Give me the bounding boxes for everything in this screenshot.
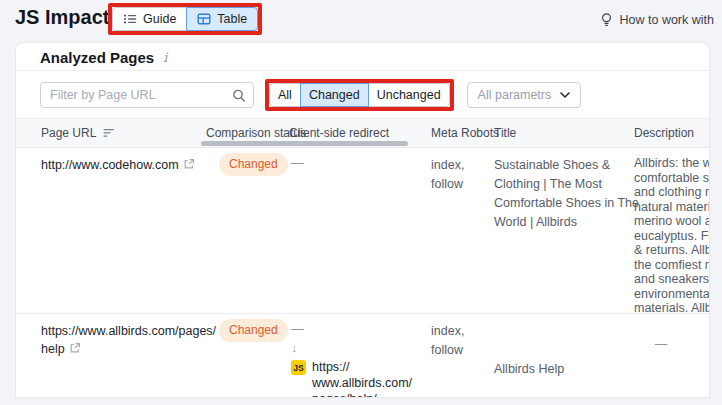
panel-header: Analyzed Pages i (16, 43, 709, 71)
page-url-cell: https://www.allbirds.com/pages/ help (41, 322, 201, 358)
client-side-redirect-cell: — (291, 156, 409, 171)
page-title: JS Impact (15, 6, 109, 29)
search-icon[interactable] (232, 88, 246, 103)
view-toggle: Guide Table (112, 7, 258, 31)
title-initial: Allbirds Help (494, 360, 644, 379)
title-cell: Allbirds Help ↓ JS Help Centre (494, 322, 644, 398)
column-description[interactable]: Description (634, 126, 694, 140)
meta-robots-cell: index, follow (431, 156, 464, 194)
redirect-target-url: https:// www.allbirds.com/ pages/help/ (312, 359, 412, 398)
parameters-dropdown-label: All parametrs (478, 88, 552, 102)
external-link-icon[interactable] (69, 343, 81, 357)
status-badge: Changed (219, 153, 288, 176)
arrow-down-icon: ↓ (291, 340, 409, 355)
description-cell: — (634, 322, 710, 366)
no-description-dash: — (655, 337, 668, 351)
title-cell: Sustainable Shoes & Clothing | The Most … (494, 156, 644, 232)
info-icon[interactable]: i (163, 50, 167, 65)
parameters-dropdown[interactable]: All parametrs (467, 82, 582, 108)
comparison-status-cell: Changed (219, 319, 288, 342)
js-icon: JS (291, 360, 306, 375)
page-url-text: http://www.codehow.com (41, 158, 179, 172)
analyzed-pages-panel: Analyzed Pages i All Changed Unchanged (15, 42, 710, 398)
status-filter-changed-label: Changed (309, 88, 360, 102)
tab-guide[interactable]: Guide (112, 7, 187, 31)
tab-table-label: Table (217, 12, 247, 26)
status-filter-unchanged-label: Unchanged (377, 88, 441, 102)
sort-icon[interactable] (103, 128, 115, 138)
column-page-url[interactable]: Page URL (41, 126, 115, 140)
status-badge: Changed (219, 319, 288, 342)
status-filter-changed[interactable]: Changed (300, 83, 369, 107)
how-to-work-with-link[interactable]: How to work with (599, 12, 714, 27)
tab-table[interactable]: Table (186, 7, 258, 31)
column-title[interactable]: Title (494, 126, 516, 140)
external-link-icon[interactable] (183, 159, 195, 173)
status-filter-all[interactable]: All (269, 83, 301, 107)
page-url-filter-input[interactable] (41, 88, 253, 102)
no-redirect-dash: — (291, 322, 409, 337)
status-filter-unchanged[interactable]: Unchanged (368, 83, 450, 107)
status-filter-all-label: All (278, 88, 292, 102)
annotation-box-view-toggle: Guide Table (108, 3, 262, 35)
description-cell: Allbirds: the wor comfortable sho and cl… (634, 156, 710, 316)
column-client-side-redirect[interactable]: Client-side redirect (289, 126, 389, 140)
chevron-down-icon (560, 92, 570, 98)
column-page-url-label: Page URL (41, 126, 96, 140)
page-url-text: https://www.allbirds.com/pages/ help (41, 324, 216, 356)
client-side-redirect-cell: — ↓ JS https:// www.allbirds.com/ pages/… (291, 322, 409, 398)
page-url-filter (40, 82, 254, 108)
panel-title: Analyzed Pages (40, 49, 154, 66)
page-url-cell: http://www.codehow.com (41, 156, 201, 174)
list-icon (123, 12, 137, 26)
tab-guide-label: Guide (143, 12, 176, 26)
status-filter: All Changed Unchanged (269, 83, 450, 107)
no-redirect-dash: — (291, 156, 409, 171)
meta-robots-cell: index, follow (431, 322, 464, 360)
table-header: Page URL Comparison status Client-side r… (16, 118, 709, 148)
horizontal-scrollbar[interactable] (201, 141, 408, 146)
table-icon (197, 12, 211, 26)
column-meta-robots[interactable]: Meta Robots (431, 126, 499, 140)
how-to-work-with-label: How to work with (620, 13, 714, 27)
filter-row: All Changed Unchanged All parametrs (16, 71, 709, 118)
table-row: https://www.allbirds.com/pages/ help Cha… (16, 314, 709, 398)
comparison-status-cell: Changed (219, 153, 288, 176)
table-row: http://www.codehow.com Changed — index, … (16, 148, 709, 314)
hint-icon (599, 12, 614, 27)
annotation-box-status-filter: All Changed Unchanged (265, 79, 454, 111)
